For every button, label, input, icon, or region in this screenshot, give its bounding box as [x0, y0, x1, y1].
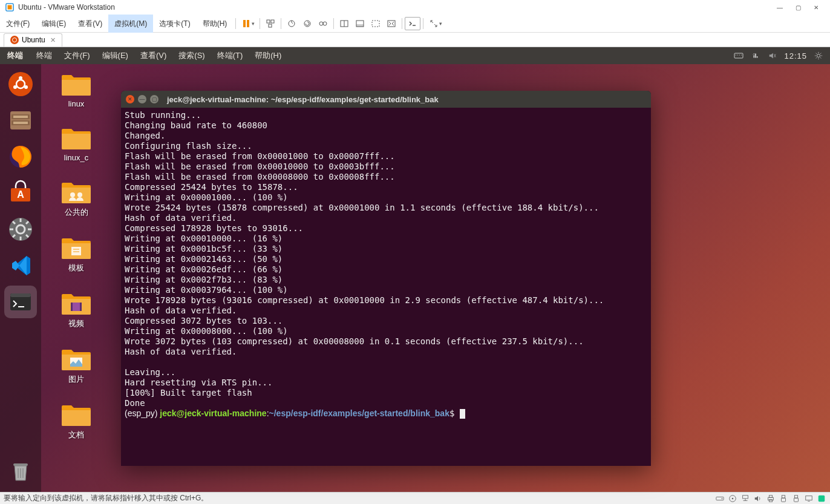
svg-rect-76: [794, 495, 797, 497]
tab-close-icon[interactable]: ✕: [50, 36, 56, 44]
status-printer-icon[interactable]: [766, 494, 776, 503]
desktop-folder-public[interactable]: 公共的: [60, 179, 92, 218]
keyboard-indicator-icon[interactable]: [733, 51, 744, 61]
terminal-body[interactable]: Stub running... Changing baud rate to 46…: [121, 108, 651, 421]
snapshot-revert-icon[interactable]: [299, 15, 315, 33]
status-sound-icon[interactable]: [753, 494, 763, 503]
menu-help[interactable]: 帮助(H): [197, 15, 234, 33]
window-close-icon[interactable]: ✕: [807, 1, 825, 13]
status-vm-active-icon[interactable]: [817, 494, 826, 503]
ubuntu-tab-icon: [10, 36, 19, 44]
svg-point-67: [732, 497, 734, 499]
terminal-minimize-icon[interactable]: —: [138, 95, 146, 103]
menu-tabs[interactable]: 选项卡(T): [153, 15, 196, 33]
svg-rect-61: [71, 303, 73, 311]
snapshot-take-icon[interactable]: [284, 15, 299, 33]
status-usb2-icon[interactable]: [791, 494, 801, 503]
terminal-maximize-icon[interactable]: ▢: [150, 95, 158, 103]
console-view-icon[interactable]: [405, 17, 420, 30]
svg-rect-1: [8, 5, 12, 10]
terminal-window[interactable]: ✕ — ▢ jeck@jeck-virtual-machine: ~/esp/e…: [121, 91, 651, 466]
fullscreen-icon[interactable]: [384, 15, 399, 33]
terminal-close-icon[interactable]: ✕: [126, 95, 134, 103]
panel-menu-help[interactable]: 帮助(H): [249, 50, 287, 61]
desktop-folder-videos[interactable]: 视频: [60, 290, 92, 329]
terminal-title: jeck@jeck-virtual-machine: ~/esp/esp-idf…: [167, 95, 439, 104]
clock-indicator[interactable]: 12:15: [784, 51, 807, 61]
desktop-folder-pictures[interactable]: 图片: [60, 346, 92, 385]
panel-menu-terminal2[interactable]: 终端(T): [211, 50, 249, 61]
statusbar-device-icons: [715, 494, 826, 503]
menu-edit[interactable]: 编辑(E): [36, 15, 72, 33]
sound-indicator-icon[interactable]: [767, 51, 778, 60]
svg-rect-17: [734, 53, 743, 58]
window-minimize-icon[interactable]: —: [771, 1, 789, 13]
launcher-settings-icon[interactable]: [4, 213, 37, 246]
ubuntu-launcher: A: [0, 64, 41, 492]
vmware-tabs: Ubuntu ✕: [0, 33, 830, 47]
view-single-icon[interactable]: [336, 15, 352, 33]
launcher-dash-icon[interactable]: [4, 68, 37, 100]
vmware-icon: [5, 2, 15, 12]
pause-dropdown-icon[interactable]: ▾: [252, 21, 255, 27]
svg-rect-6: [269, 24, 272, 27]
svg-rect-51: [13, 463, 28, 466]
tab-label: Ubuntu: [22, 36, 45, 44]
launcher-files-icon[interactable]: [4, 104, 37, 137]
svg-rect-62: [80, 303, 82, 311]
svg-rect-74: [782, 495, 785, 497]
panel-menu-edit[interactable]: 编辑(E): [96, 50, 134, 61]
svg-rect-32: [13, 116, 28, 118]
launcher-vscode-icon[interactable]: [4, 249, 37, 282]
tab-ubuntu[interactable]: Ubuntu ✕: [4, 33, 62, 47]
svg-rect-3: [247, 20, 249, 27]
svg-rect-4: [267, 20, 270, 23]
desktop-folder-templates[interactable]: 模板: [60, 235, 92, 273]
svg-rect-5: [271, 20, 274, 23]
status-network-icon[interactable]: [740, 494, 750, 503]
svg-rect-72: [769, 495, 772, 497]
window-maximize-icon[interactable]: ▢: [789, 1, 807, 13]
terminal-titlebar[interactable]: ✕ — ▢ jeck@jeck-virtual-machine: ~/esp/e…: [121, 91, 651, 108]
launcher-software-icon[interactable]: A: [4, 177, 37, 209]
snapshot-manage-icon[interactable]: [315, 15, 331, 33]
svg-rect-15: [372, 21, 379, 27]
panel-menu-terminal[interactable]: 终端: [30, 50, 58, 61]
panel-menu-search[interactable]: 搜索(S): [172, 50, 211, 61]
gear-indicator-icon[interactable]: [813, 51, 824, 60]
svg-text:A: A: [17, 189, 24, 200]
menu-vm[interactable]: 虚拟机(M): [108, 15, 153, 33]
launcher-trash-icon[interactable]: [4, 454, 37, 487]
status-usb1-icon[interactable]: [779, 494, 788, 503]
guest-display[interactable]: 终端 终端 文件(F) 编辑(E) 查看(V) 搜索(S) 终端(T) 帮助(H…: [0, 47, 830, 492]
svg-point-9: [319, 22, 323, 25]
menu-view[interactable]: 查看(V): [72, 15, 108, 33]
svg-rect-68: [743, 495, 748, 498]
status-harddisk-icon[interactable]: [715, 494, 725, 503]
launcher-terminal-icon[interactable]: [4, 286, 37, 318]
svg-rect-78: [806, 496, 812, 500]
stretch-dropdown-icon[interactable]: ▾: [439, 21, 442, 27]
desktop-folder-documents[interactable]: 文档: [60, 402, 92, 440]
svg-point-55: [70, 192, 75, 197]
menu-file[interactable]: 文件(F): [0, 15, 36, 33]
ubuntu-top-panel: 终端 终端 文件(F) 编辑(E) 查看(V) 搜索(S) 终端(T) 帮助(H…: [0, 47, 830, 64]
svg-point-25: [8, 72, 33, 96]
launcher-firefox-icon[interactable]: [4, 140, 37, 173]
panel-menu-view[interactable]: 查看(V): [134, 50, 172, 61]
svg-point-10: [323, 22, 327, 25]
panel-indicators: 12:15: [733, 51, 830, 61]
panel-app-title: 终端: [0, 50, 30, 61]
view-thumbnail-icon[interactable]: [352, 15, 368, 33]
status-display-icon[interactable]: [804, 494, 814, 503]
svg-rect-77: [794, 498, 799, 502]
vmware-menubar: 文件(F) 编辑(E) 查看(V) 虚拟机(M) 选项卡(T) 帮助(H) ▾ …: [0, 15, 830, 33]
desktop-folder-linux-c[interactable]: linux_c: [60, 125, 92, 162]
view-unity-icon[interactable]: [368, 15, 384, 33]
status-cd-icon[interactable]: [728, 494, 737, 503]
desktop-folder-linux[interactable]: linux: [60, 71, 92, 108]
send-cad-icon[interactable]: [263, 15, 278, 33]
panel-menu-file[interactable]: 文件(F): [58, 50, 96, 61]
svg-point-24: [817, 54, 820, 57]
network-indicator-icon[interactable]: [750, 51, 761, 60]
